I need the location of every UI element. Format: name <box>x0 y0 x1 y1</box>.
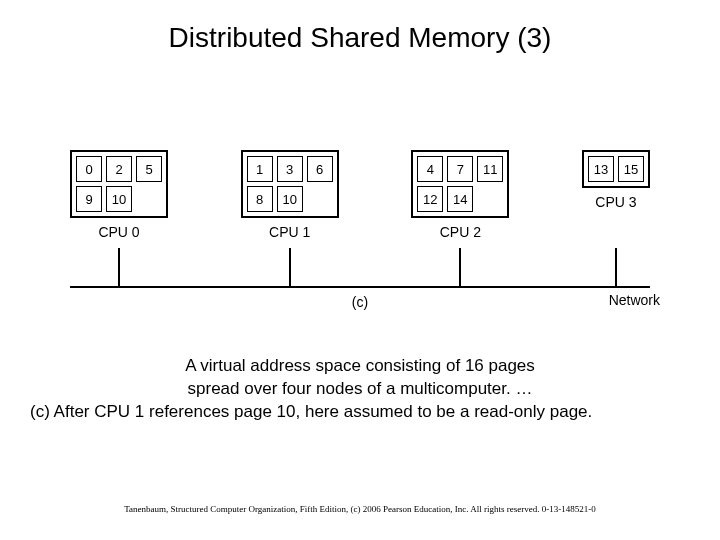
page-cell: 9 <box>76 186 102 212</box>
cpu-label: CPU 0 <box>98 224 139 240</box>
page-cell <box>307 186 333 212</box>
page-cell: 5 <box>136 156 162 182</box>
page-cell: 7 <box>447 156 473 182</box>
page-cell: 14 <box>447 186 473 212</box>
page-cell: 2 <box>106 156 132 182</box>
page-cell: 10 <box>106 186 132 212</box>
page-cell: 10 <box>277 186 303 212</box>
cpu-memory-box: 47111214 <box>411 150 509 218</box>
cpu-node: 025910CPU 0 <box>70 150 168 240</box>
page-cell <box>477 186 503 212</box>
page-cell: 3 <box>277 156 303 182</box>
caption-line: spread over four nodes of a multicompute… <box>18 378 702 401</box>
page-cell: 4 <box>417 156 443 182</box>
caption-line: A virtual address space consisting of 16… <box>18 355 702 378</box>
dsm-diagram: 025910CPU 0136810CPU 147111214CPU 21315C… <box>70 150 650 308</box>
cpu-node: 1315CPU 3 <box>582 150 650 240</box>
network-stem <box>459 248 461 286</box>
page-cell: 8 <box>247 186 273 212</box>
cpu-label: CPU 3 <box>595 194 636 210</box>
page-cell <box>136 186 162 212</box>
figure-caption: A virtual address space consisting of 16… <box>0 355 720 424</box>
copyright-footer: Tanenbaum, Structured Computer Organizat… <box>0 504 720 514</box>
network-stem <box>615 248 617 286</box>
page-cell: 12 <box>417 186 443 212</box>
caption-line: (c) After CPU 1 references page 10, here… <box>18 401 702 424</box>
network-stem <box>289 248 291 286</box>
cpu-memory-box: 1315 <box>582 150 650 188</box>
page-cell: 0 <box>76 156 102 182</box>
network-bus: (c) Network <box>70 248 650 308</box>
cpu-memory-box: 136810 <box>241 150 339 218</box>
page-title: Distributed Shared Memory (3) <box>0 0 720 54</box>
page-cell: 11 <box>477 156 503 182</box>
cpu-node: 136810CPU 1 <box>241 150 339 240</box>
cpu-node: 47111214CPU 2 <box>411 150 509 240</box>
network-label: Network <box>609 292 660 308</box>
page-cell: 15 <box>618 156 644 182</box>
cpu-memory-box: 025910 <box>70 150 168 218</box>
page-cell: 1 <box>247 156 273 182</box>
page-cell: 6 <box>307 156 333 182</box>
subfigure-label: (c) <box>352 294 368 310</box>
cpu-label: CPU 1 <box>269 224 310 240</box>
network-stem <box>118 248 120 286</box>
cpu-label: CPU 2 <box>440 224 481 240</box>
page-cell: 13 <box>588 156 614 182</box>
